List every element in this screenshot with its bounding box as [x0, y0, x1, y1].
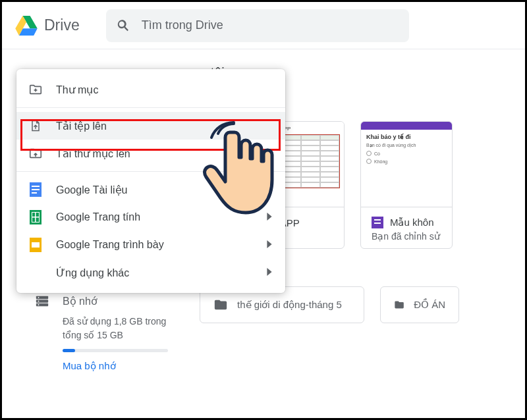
- svg-rect-2: [36, 300, 48, 303]
- menu-label: Google Trang tính: [56, 211, 140, 223]
- search-box[interactable]: Tìm trong Drive: [106, 9, 409, 42]
- folder-icon: [213, 298, 228, 312]
- folder-name: thế giới di động-tháng 5: [237, 299, 342, 311]
- storage-usage-bar: [63, 349, 168, 352]
- buy-storage-link[interactable]: Mua bộ nhớ: [35, 360, 176, 372]
- new-folder-icon: [28, 82, 43, 97]
- folder-name: ĐỒ ÁN: [414, 299, 445, 311]
- brand[interactable]: Drive: [15, 16, 80, 36]
- chevron-right-icon: [265, 184, 273, 195]
- slides-icon: [28, 238, 43, 252]
- menu-label: Ứng dụng khác: [56, 267, 129, 279]
- search-icon: [117, 18, 131, 33]
- sheets-icon: [28, 210, 43, 224]
- folder-icon: [394, 298, 404, 312]
- menu-item-google-slides[interactable]: Google Trang trình bày: [16, 231, 285, 259]
- search-placeholder: Tìm trong Drive: [142, 18, 223, 32]
- docs-icon: [28, 182, 43, 197]
- menu-item-more-apps[interactable]: Ứng dụng khác: [16, 259, 285, 286]
- menu-label: Thư mục: [56, 84, 98, 96]
- storage-icon: [35, 294, 49, 308]
- new-menu: Thư mục Tải tệp lên Tải thư mục lên Goog…: [16, 69, 285, 293]
- brand-name: Drive: [44, 16, 80, 34]
- menu-item-folder-upload[interactable]: Tải thư mục lên: [16, 140, 285, 167]
- app-header: Drive Tìm trong Drive: [2, 2, 525, 49]
- forms-icon: [372, 217, 383, 228]
- chevron-right-icon: [265, 267, 273, 278]
- menu-item-google-docs[interactable]: Google Tài liệu: [16, 176, 285, 203]
- card-thumbnail: Khai báo y tế đi Bạn có đi qua vùng dịch…: [361, 122, 452, 207]
- card-subtitle: Bạn đã chỉnh sử: [372, 231, 441, 242]
- chevron-right-icon: [265, 240, 273, 250]
- menu-item-file-upload[interactable]: Tải tệp lên: [16, 112, 285, 140]
- menu-label: Tải tệp lên: [56, 120, 107, 132]
- card-title: Mẫu khôn: [390, 217, 434, 228]
- sidebar-item-storage[interactable]: Bộ nhớ: [35, 294, 176, 308]
- drive-logo-icon: [15, 16, 38, 36]
- chevron-right-icon: [265, 212, 273, 223]
- folder-upload-icon: [28, 146, 43, 161]
- svg-point-5: [38, 304, 40, 305]
- svg-rect-0: [36, 296, 48, 300]
- storage-usage-fill: [63, 349, 75, 352]
- storage-label: Bộ nhớ: [63, 295, 97, 307]
- folder-item[interactable]: ĐỒ ÁN: [380, 286, 459, 323]
- quick-card[interactable]: Khai báo y tế đi Bạn có đi qua vùng dịch…: [360, 121, 453, 249]
- svg-point-3: [38, 301, 40, 302]
- blank-icon: [28, 265, 43, 280]
- menu-item-google-sheets[interactable]: Google Trang tính: [16, 203, 285, 231]
- menu-item-new-folder[interactable]: Thư mục: [16, 76, 285, 103]
- menu-label: Tải thư mục lên: [56, 147, 130, 160]
- menu-label: Google Trang trình bày: [56, 239, 164, 251]
- file-upload-icon: [28, 118, 43, 133]
- svg-rect-4: [36, 303, 48, 307]
- menu-label: Google Tài liệu: [56, 184, 127, 196]
- storage-usage-text: Đã sử dụng 1,8 GB trong tổng số 15 GB: [35, 315, 176, 342]
- svg-point-1: [38, 297, 40, 298]
